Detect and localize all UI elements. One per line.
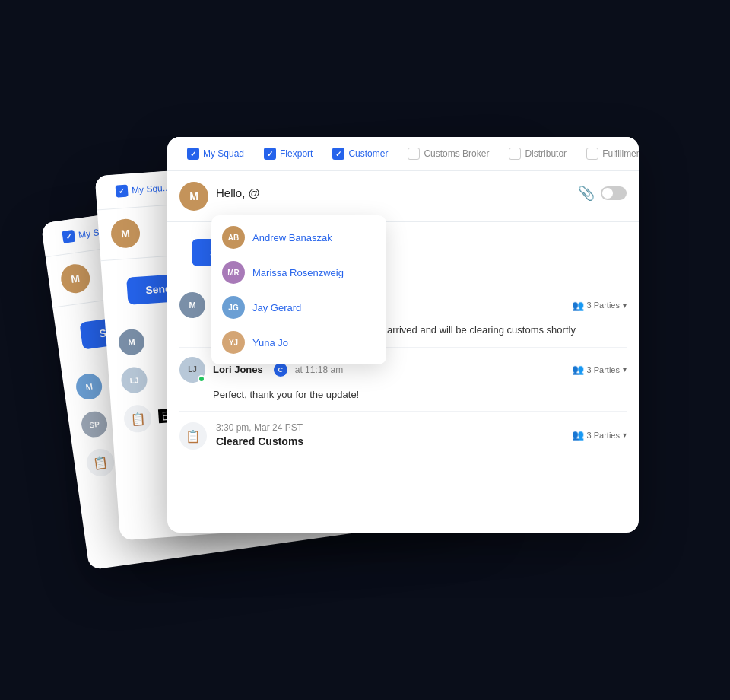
mention-item-andrew[interactable]: AB Andrew Banaszak (211, 220, 386, 255)
customer-checkbox-icon (332, 148, 344, 160)
back-compose-face: M (59, 262, 92, 295)
attachment-icon[interactable]: 📎 (578, 185, 595, 202)
tab-customer-label: Customer (348, 148, 388, 159)
message-1-parties-label: 3 Parties (587, 301, 620, 310)
tab-flexport[interactable]: Flexport (256, 145, 320, 163)
compose-area: M Hello, @ 📎 AB Andrew Banaszak (167, 171, 639, 222)
event-parties-label: 3 Parties (587, 431, 620, 440)
back-checkbox-icon (62, 230, 75, 243)
event-parties-badge[interactable]: 👥 3 Parties ▾ (572, 429, 627, 441)
tabs-bar: My Squad Flexport Customer Customs Broke… (167, 137, 639, 171)
jay-name: Jay Gerard (252, 302, 301, 313)
tab-customs-broker[interactable]: Customs Broker (400, 145, 497, 163)
tab-mysquad-label: My Squad (203, 148, 244, 159)
sender-badge: C (274, 363, 287, 377)
compose-icons: 📎 (578, 182, 627, 202)
message-2-avatar-wrap: LJ (179, 357, 205, 383)
customs-broker-checkbox-icon (408, 148, 420, 160)
message-2-text: Perfect, thank you for the update! (213, 387, 627, 402)
event-timestamp: 3:30 pm, Mar 24 PST (216, 422, 303, 433)
back-event-icon-wrap: 📋 (85, 447, 116, 479)
mid-tab-label: My Squ... (132, 183, 171, 196)
toggle-switch[interactable] (601, 186, 627, 200)
jay-avatar: JG (222, 296, 245, 319)
tab-flexport-label: Flexport (280, 148, 313, 159)
scene: My Squ... M Se... M SP SP 📋 (76, 114, 654, 586)
message-2-sender: Lori Jones (213, 364, 263, 375)
message-2-parties-badge[interactable]: 👥 3 Parties ▾ (572, 364, 627, 375)
tab-distributor[interactable]: Distributor (501, 145, 574, 163)
mysquad-checkbox-icon (187, 148, 199, 160)
tab-mysquad[interactable]: My Squad (179, 145, 252, 163)
mid-clipboard-icon: 📋 (129, 411, 145, 426)
message-1-parties-badge[interactable]: 👥 3 Parties ▾ (572, 300, 627, 311)
event-icon-container: 📋 (179, 422, 207, 450)
mention-item-marissa[interactable]: MR Marissa Rosenzweig (211, 255, 386, 290)
tab-customs-broker-label: Customs Broker (424, 148, 489, 159)
fulfillment-checkbox-icon (586, 148, 598, 160)
mid-msg-avatar: M (118, 329, 145, 356)
tab-fulfillment[interactable]: Fulfillment Center (579, 145, 639, 163)
flexport-checkbox-icon (264, 148, 276, 160)
tab-distributor-label: Distributor (525, 148, 567, 159)
chevron-down-2-icon: ▾ (623, 365, 627, 374)
chevron-down-1-icon: ▾ (623, 301, 627, 310)
back-compose-avatar: M (59, 262, 92, 295)
event-chevron-icon: ▾ (623, 431, 627, 439)
compose-greeting-text: Hello, @ (216, 186, 260, 199)
mid-compose-avatar: M (110, 218, 141, 250)
andrew-name: Andrew Banaszak (252, 232, 332, 243)
mention-dropdown: AB Andrew Banaszak MR Marissa Rosenzweig… (211, 215, 386, 364)
event-content: 3:30 pm, Mar 24 PST Cleared Customs 👥 3 … (216, 422, 627, 447)
compose-avatar: M (179, 182, 208, 211)
clipboard-icon: 📋 (186, 429, 201, 444)
parties-1-icon: 👥 (572, 300, 584, 311)
event-row: 3:30 pm, Mar 24 PST Cleared Customs 👥 3 … (216, 422, 627, 447)
message-2-parties-label: 3 Parties (587, 365, 620, 374)
distributor-checkbox-icon (509, 148, 521, 160)
tab-customer[interactable]: Customer (325, 145, 395, 163)
event-left: 3:30 pm, Mar 24 PST Cleared Customs (216, 422, 303, 447)
event-title: Cleared Customs (216, 435, 303, 447)
mid-lj-avatar: LJ (120, 366, 148, 393)
mention-item-yuna[interactable]: YJ Yuna Jo (211, 325, 386, 360)
message-1-avatar: M (179, 292, 205, 318)
event-parties-icon: 👥 (572, 429, 584, 441)
mid-event-icon-wrap: 📋 (123, 404, 152, 433)
marissa-name: Marissa Rosenzweig (252, 267, 344, 278)
tab-fulfillment-label: Fulfillment Center (602, 148, 639, 159)
event-block: 📋 3:30 pm, Mar 24 PST Cleared Customs 👥 … (179, 412, 627, 460)
marissa-avatar: MR (222, 261, 245, 284)
parties-2-icon: 👥 (572, 364, 584, 375)
back-msg-avatar: M (75, 372, 103, 401)
message-2-timestamp: at 11:18 am (295, 364, 343, 375)
yuna-avatar: YJ (222, 331, 245, 354)
online-dot (198, 375, 205, 383)
mid-checkbox-icon (116, 185, 129, 198)
back-clipboard-icon: 📋 (92, 454, 109, 471)
mid-compose-face: M (110, 218, 141, 250)
back-lj-avatar: SP (80, 409, 109, 438)
card-front: My Squad Flexport Customer Customs Broke… (167, 137, 639, 533)
mention-item-jay[interactable]: JG Jay Gerard (211, 290, 386, 325)
compose-input[interactable]: Hello, @ (216, 182, 570, 204)
yuna-name: Yuna Jo (252, 337, 288, 348)
compose-avatar-face: M (179, 182, 208, 211)
andrew-avatar: AB (222, 226, 245, 249)
